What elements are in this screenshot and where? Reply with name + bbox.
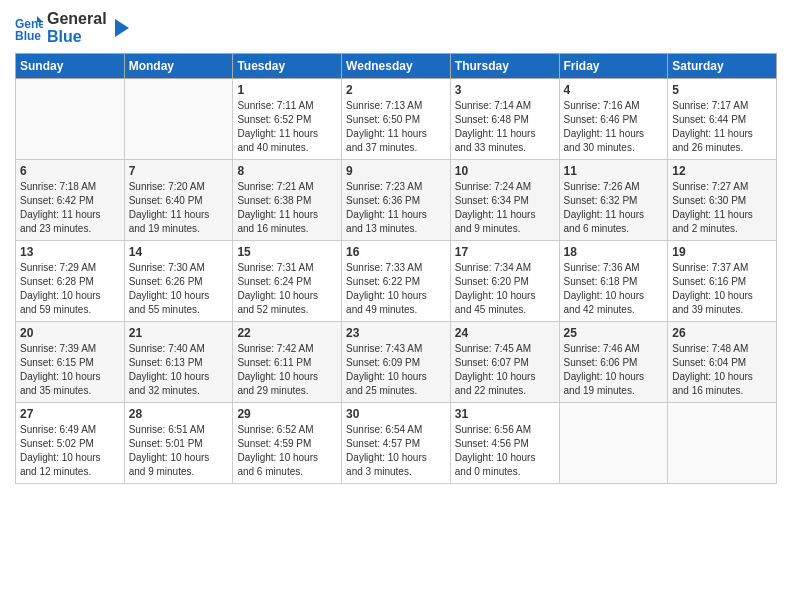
day-cell: 29Sunrise: 6:52 AM Sunset: 4:59 PM Dayli… [233, 403, 342, 484]
day-info: Sunrise: 7:27 AM Sunset: 6:30 PM Dayligh… [672, 180, 772, 236]
day-number: 27 [20, 407, 120, 421]
day-info: Sunrise: 7:42 AM Sunset: 6:11 PM Dayligh… [237, 342, 337, 398]
day-number: 13 [20, 245, 120, 259]
logo-blue: Blue [47, 28, 107, 46]
day-info: Sunrise: 7:20 AM Sunset: 6:40 PM Dayligh… [129, 180, 229, 236]
day-info: Sunrise: 6:52 AM Sunset: 4:59 PM Dayligh… [237, 423, 337, 479]
day-number: 6 [20, 164, 120, 178]
header-day-thursday: Thursday [450, 54, 559, 79]
day-cell [16, 79, 125, 160]
day-info: Sunrise: 7:21 AM Sunset: 6:38 PM Dayligh… [237, 180, 337, 236]
day-cell: 31Sunrise: 6:56 AM Sunset: 4:56 PM Dayli… [450, 403, 559, 484]
day-info: Sunrise: 7:14 AM Sunset: 6:48 PM Dayligh… [455, 99, 555, 155]
day-cell: 6Sunrise: 7:18 AM Sunset: 6:42 PM Daylig… [16, 160, 125, 241]
week-row-4: 20Sunrise: 7:39 AM Sunset: 6:15 PM Dayli… [16, 322, 777, 403]
day-info: Sunrise: 7:40 AM Sunset: 6:13 PM Dayligh… [129, 342, 229, 398]
day-number: 19 [672, 245, 772, 259]
day-cell: 25Sunrise: 7:46 AM Sunset: 6:06 PM Dayli… [559, 322, 668, 403]
day-cell: 9Sunrise: 7:23 AM Sunset: 6:36 PM Daylig… [342, 160, 451, 241]
day-cell [559, 403, 668, 484]
day-cell [124, 79, 233, 160]
day-info: Sunrise: 7:33 AM Sunset: 6:22 PM Dayligh… [346, 261, 446, 317]
day-cell: 1Sunrise: 7:11 AM Sunset: 6:52 PM Daylig… [233, 79, 342, 160]
day-info: Sunrise: 7:34 AM Sunset: 6:20 PM Dayligh… [455, 261, 555, 317]
calendar-page: General Blue General Blue SundayMondayTu… [0, 0, 792, 612]
calendar-body: 1Sunrise: 7:11 AM Sunset: 6:52 PM Daylig… [16, 79, 777, 484]
day-number: 24 [455, 326, 555, 340]
day-number: 30 [346, 407, 446, 421]
day-cell: 27Sunrise: 6:49 AM Sunset: 5:02 PM Dayli… [16, 403, 125, 484]
calendar-header: SundayMondayTuesdayWednesdayThursdayFrid… [16, 54, 777, 79]
header-day-monday: Monday [124, 54, 233, 79]
day-number: 21 [129, 326, 229, 340]
day-cell: 14Sunrise: 7:30 AM Sunset: 6:26 PM Dayli… [124, 241, 233, 322]
day-cell: 16Sunrise: 7:33 AM Sunset: 6:22 PM Dayli… [342, 241, 451, 322]
day-info: Sunrise: 7:24 AM Sunset: 6:34 PM Dayligh… [455, 180, 555, 236]
day-cell: 24Sunrise: 7:45 AM Sunset: 6:07 PM Dayli… [450, 322, 559, 403]
day-info: Sunrise: 7:43 AM Sunset: 6:09 PM Dayligh… [346, 342, 446, 398]
day-number: 16 [346, 245, 446, 259]
day-cell: 21Sunrise: 7:40 AM Sunset: 6:13 PM Dayli… [124, 322, 233, 403]
day-cell: 8Sunrise: 7:21 AM Sunset: 6:38 PM Daylig… [233, 160, 342, 241]
day-number: 5 [672, 83, 772, 97]
header-day-friday: Friday [559, 54, 668, 79]
day-cell: 11Sunrise: 7:26 AM Sunset: 6:32 PM Dayli… [559, 160, 668, 241]
day-cell: 28Sunrise: 6:51 AM Sunset: 5:01 PM Dayli… [124, 403, 233, 484]
day-info: Sunrise: 7:37 AM Sunset: 6:16 PM Dayligh… [672, 261, 772, 317]
week-row-3: 13Sunrise: 7:29 AM Sunset: 6:28 PM Dayli… [16, 241, 777, 322]
day-number: 31 [455, 407, 555, 421]
day-info: Sunrise: 7:46 AM Sunset: 6:06 PM Dayligh… [564, 342, 664, 398]
day-number: 9 [346, 164, 446, 178]
day-info: Sunrise: 7:29 AM Sunset: 6:28 PM Dayligh… [20, 261, 120, 317]
day-cell: 4Sunrise: 7:16 AM Sunset: 6:46 PM Daylig… [559, 79, 668, 160]
day-cell: 22Sunrise: 7:42 AM Sunset: 6:11 PM Dayli… [233, 322, 342, 403]
day-cell: 3Sunrise: 7:14 AM Sunset: 6:48 PM Daylig… [450, 79, 559, 160]
day-cell: 12Sunrise: 7:27 AM Sunset: 6:30 PM Dayli… [668, 160, 777, 241]
week-row-5: 27Sunrise: 6:49 AM Sunset: 5:02 PM Dayli… [16, 403, 777, 484]
day-number: 22 [237, 326, 337, 340]
day-info: Sunrise: 6:49 AM Sunset: 5:02 PM Dayligh… [20, 423, 120, 479]
day-info: Sunrise: 6:51 AM Sunset: 5:01 PM Dayligh… [129, 423, 229, 479]
day-number: 18 [564, 245, 664, 259]
day-number: 29 [237, 407, 337, 421]
day-info: Sunrise: 7:31 AM Sunset: 6:24 PM Dayligh… [237, 261, 337, 317]
day-number: 2 [346, 83, 446, 97]
day-cell: 18Sunrise: 7:36 AM Sunset: 6:18 PM Dayli… [559, 241, 668, 322]
day-number: 14 [129, 245, 229, 259]
day-number: 12 [672, 164, 772, 178]
day-cell: 10Sunrise: 7:24 AM Sunset: 6:34 PM Dayli… [450, 160, 559, 241]
header-day-sunday: Sunday [16, 54, 125, 79]
calendar-table: SundayMondayTuesdayWednesdayThursdayFrid… [15, 53, 777, 484]
day-number: 1 [237, 83, 337, 97]
day-cell: 23Sunrise: 7:43 AM Sunset: 6:09 PM Dayli… [342, 322, 451, 403]
day-info: Sunrise: 7:11 AM Sunset: 6:52 PM Dayligh… [237, 99, 337, 155]
day-info: Sunrise: 7:17 AM Sunset: 6:44 PM Dayligh… [672, 99, 772, 155]
day-info: Sunrise: 6:54 AM Sunset: 4:57 PM Dayligh… [346, 423, 446, 479]
day-cell [668, 403, 777, 484]
day-number: 3 [455, 83, 555, 97]
logo-arrow-icon [111, 19, 129, 37]
logo-icon: General Blue [15, 14, 43, 42]
day-cell: 15Sunrise: 7:31 AM Sunset: 6:24 PM Dayli… [233, 241, 342, 322]
day-cell: 13Sunrise: 7:29 AM Sunset: 6:28 PM Dayli… [16, 241, 125, 322]
day-info: Sunrise: 7:39 AM Sunset: 6:15 PM Dayligh… [20, 342, 120, 398]
week-row-2: 6Sunrise: 7:18 AM Sunset: 6:42 PM Daylig… [16, 160, 777, 241]
header-day-tuesday: Tuesday [233, 54, 342, 79]
day-info: Sunrise: 7:13 AM Sunset: 6:50 PM Dayligh… [346, 99, 446, 155]
day-number: 7 [129, 164, 229, 178]
day-number: 28 [129, 407, 229, 421]
day-number: 11 [564, 164, 664, 178]
header-day-wednesday: Wednesday [342, 54, 451, 79]
week-row-1: 1Sunrise: 7:11 AM Sunset: 6:52 PM Daylig… [16, 79, 777, 160]
header-day-saturday: Saturday [668, 54, 777, 79]
day-number: 15 [237, 245, 337, 259]
logo-general: General [47, 10, 107, 28]
day-number: 17 [455, 245, 555, 259]
day-info: Sunrise: 7:26 AM Sunset: 6:32 PM Dayligh… [564, 180, 664, 236]
day-number: 8 [237, 164, 337, 178]
day-number: 10 [455, 164, 555, 178]
day-info: Sunrise: 7:30 AM Sunset: 6:26 PM Dayligh… [129, 261, 229, 317]
day-cell: 17Sunrise: 7:34 AM Sunset: 6:20 PM Dayli… [450, 241, 559, 322]
svg-marker-3 [115, 19, 129, 37]
day-cell: 19Sunrise: 7:37 AM Sunset: 6:16 PM Dayli… [668, 241, 777, 322]
